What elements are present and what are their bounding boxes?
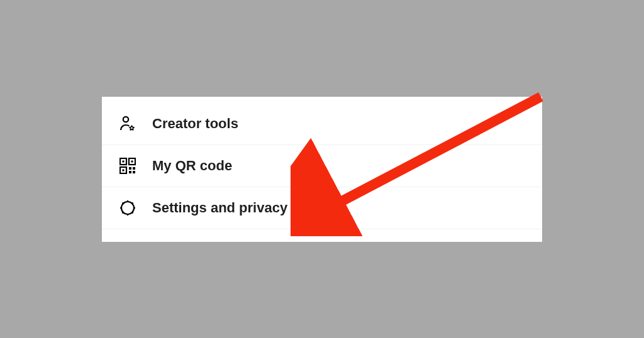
menu-item-qr-code[interactable]: My QR code xyxy=(102,145,542,187)
svg-rect-2 xyxy=(123,160,125,162)
menu-item-label: Creator tools xyxy=(152,116,238,132)
svg-point-0 xyxy=(123,116,128,121)
svg-rect-7 xyxy=(129,167,131,170)
profile-menu-card: Creator tools My QR code xyxy=(102,97,542,242)
qr-code-icon xyxy=(118,156,137,175)
menu-item-creator-tools[interactable]: Creator tools xyxy=(102,103,542,145)
svg-rect-6 xyxy=(123,169,125,171)
svg-rect-4 xyxy=(131,160,133,162)
menu-item-label: Settings and privacy xyxy=(152,200,287,216)
menu-item-label: My QR code xyxy=(152,158,232,174)
gear-icon xyxy=(118,199,137,217)
svg-rect-9 xyxy=(129,171,131,173)
svg-rect-8 xyxy=(133,167,135,170)
menu-item-settings-privacy[interactable]: Settings and privacy xyxy=(102,187,542,229)
svg-rect-10 xyxy=(133,171,135,173)
person-star-icon xyxy=(118,114,137,133)
